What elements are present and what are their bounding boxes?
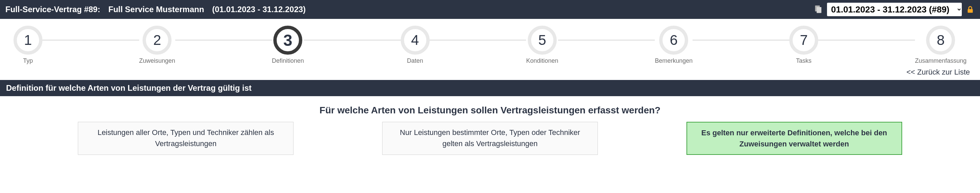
step-3[interactable]: 3Definitionen [272, 26, 304, 64]
back-to-list-link[interactable]: << Zurück zur Liste [907, 68, 970, 76]
step-6[interactable]: 6Bemerkungen [655, 26, 692, 64]
step-circle: 2 [143, 26, 172, 55]
wizard-steps: 1Typ2Zuweisungen3Definitionen4Daten5Kond… [0, 19, 980, 67]
contract-header: Full-Service-Vertrag #89: Full Service M… [0, 0, 980, 19]
step-label: Zuweisungen [139, 57, 175, 64]
step-label: Definitionen [272, 57, 304, 64]
question-heading: Für welche Arten von Leistungen sollen V… [0, 96, 980, 122]
header-title-group: Full-Service-Vertrag #89: Full Service M… [5, 5, 305, 14]
period-select[interactable]: 01.01.2023 - 31.12.2023 (#89) [827, 3, 962, 16]
section-title: Definition für welche Arten von Leistung… [0, 80, 980, 96]
step-circle: 3 [273, 26, 302, 55]
step-circle: 4 [401, 26, 430, 55]
contract-name: Full Service Mustermann [108, 5, 204, 14]
option-card-1[interactable]: Leistungen aller Orte, Typen und Technik… [78, 122, 294, 155]
step-label: Daten [407, 57, 423, 64]
step-circle: 1 [13, 26, 43, 55]
option-card-2[interactable]: Nur Leistungen bestimmter Orte, Typen od… [382, 122, 598, 155]
step-8[interactable]: 8Zusammenfassung [915, 26, 967, 64]
step-7[interactable]: 7Tasks [789, 26, 818, 64]
step-1[interactable]: 1Typ [13, 26, 43, 64]
step-connector [689, 40, 792, 41]
step-connector [426, 40, 530, 41]
step-4[interactable]: 4Daten [401, 26, 430, 64]
copy-icon[interactable] [813, 5, 823, 14]
step-circle: 6 [659, 26, 688, 55]
step-label: Zusammenfassung [915, 57, 967, 64]
step-label: Tasks [796, 57, 811, 64]
step-5[interactable]: 5Konditionen [526, 26, 558, 64]
step-label: Konditionen [526, 57, 558, 64]
step-connector [301, 40, 404, 41]
back-link-row: << Zurück zur Liste [0, 67, 980, 80]
step-circle: 8 [926, 26, 955, 55]
step-connector [39, 40, 143, 41]
svg-rect-2 [967, 9, 973, 13]
step-connector [172, 40, 275, 41]
step-connector [815, 40, 918, 41]
header-controls: 01.01.2023 - 31.12.2023 (#89) [813, 3, 975, 16]
step-circle: 7 [789, 26, 818, 55]
contract-period: (01.01.2023 - 31.12.2023) [212, 5, 306, 14]
svg-rect-1 [816, 7, 821, 13]
contract-id-label: Full-Service-Vertrag #89: [5, 5, 100, 14]
step-circle: 5 [528, 26, 557, 55]
step-label: Typ [23, 57, 33, 64]
options-row: Leistungen aller Orte, Typen und Technik… [0, 122, 980, 162]
step-label: Bemerkungen [655, 57, 692, 64]
lock-icon [966, 5, 975, 14]
step-connector [555, 40, 658, 41]
step-2[interactable]: 2Zuweisungen [139, 26, 175, 64]
option-card-3[interactable]: Es gelten nur erweiterte Definitionen, w… [686, 122, 902, 155]
